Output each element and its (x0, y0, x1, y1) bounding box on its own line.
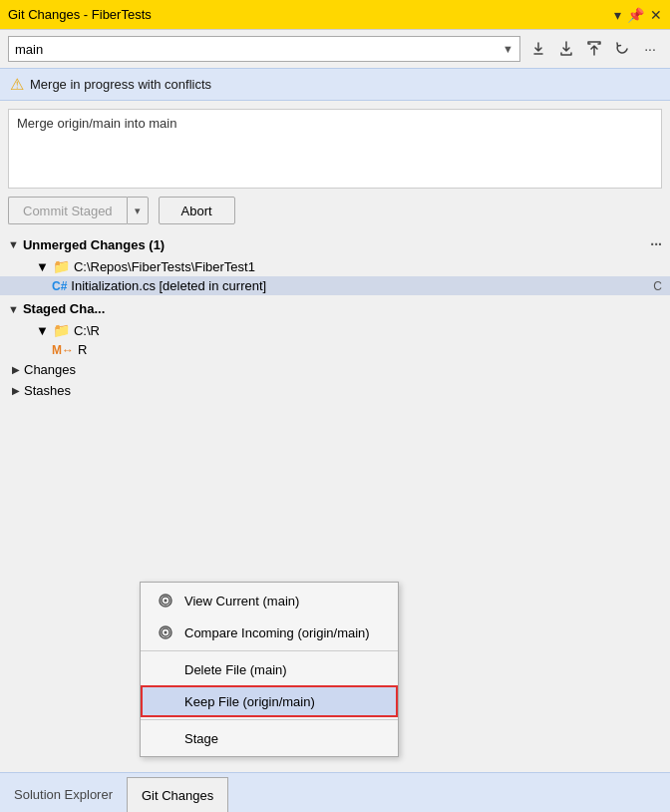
branch-row: main ▼ (0, 30, 670, 68)
title-bar: Git Changes - FiberTests ▾ 📌 ✕ (0, 0, 670, 30)
changes-expand-arrow[interactable]: ▶ (12, 364, 20, 375)
pull-button[interactable] (554, 37, 578, 61)
ctx-view-current-label: View Current (main) (184, 594, 299, 609)
branch-dropdown-arrow: ▼ (502, 43, 513, 55)
staged-folder-icon: 📁 (53, 322, 70, 338)
staged-repo-arrow[interactable]: ▼ (36, 323, 49, 338)
more-button[interactable]: ··· (638, 37, 662, 61)
stashes-label: Stashes (24, 383, 71, 398)
stashes-section[interactable]: ▶ Stashes (0, 380, 670, 401)
unmerged-expand-arrow[interactable]: ▼ (8, 238, 19, 250)
staged-changes-header: ▼ Staged Cha... (0, 297, 670, 320)
unmerged-file-name: Initialization.cs [deleted in current] (71, 278, 266, 293)
ctx-compare-incoming-label: Compare Incoming (origin/main) (184, 625, 370, 640)
ctx-delete-file-label: Delete File (main) (184, 662, 287, 677)
svg-point-1 (165, 600, 168, 603)
title-bar-controls: ▾ 📌 ✕ (614, 7, 662, 23)
unmerged-changes-section: ▼ Unmerged Changes (1) ··· ▼ 📁 C:\Repos\… (0, 232, 670, 772)
folder-icon: 📁 (53, 258, 70, 274)
ctx-view-current[interactable]: View Current (main) (141, 585, 398, 616)
sync-button[interactable] (610, 37, 634, 61)
merge-banner-text: Merge in progress with conflicts (30, 77, 211, 92)
unmerged-changes-title: Unmerged Changes (1) (23, 237, 165, 252)
unmerged-repo-path-text: C:\Repos\FiberTests\FiberTest1 (74, 259, 255, 274)
staged-repo-path[interactable]: ▼ 📁 C:\R (0, 320, 670, 340)
ctx-delete-icon (157, 660, 174, 678)
unmerged-changes-header: ▼ Unmerged Changes (1) ··· (0, 232, 670, 256)
ctx-view-current-icon (157, 592, 174, 609)
branch-name: main (15, 42, 43, 57)
ctx-separator-2 (141, 719, 398, 720)
close-icon[interactable]: ✕ (650, 7, 662, 23)
ctx-keep-icon (157, 692, 174, 710)
staged-file-name: R (78, 342, 87, 357)
abort-button[interactable]: Abort (159, 197, 235, 224)
more-icon: ··· (644, 41, 656, 57)
unmerged-repo-path[interactable]: ▼ 📁 C:\Repos\FiberTests\FiberTest1 (0, 256, 670, 276)
tab-solution-explorer-label: Solution Explorer (14, 787, 113, 802)
repo-expand-arrow[interactable]: ▼ (36, 259, 49, 274)
commit-message-area[interactable]: Merge origin/main into main (8, 109, 662, 189)
commit-staged-button[interactable]: Commit Staged (8, 197, 127, 224)
fetch-button[interactable] (526, 37, 550, 61)
warning-icon: ⚠ (10, 75, 24, 94)
stashes-expand-arrow[interactable]: ▶ (12, 385, 20, 396)
unmerged-file-status: C (653, 279, 662, 293)
ctx-keep-file-label: Keep File (origin/main) (184, 694, 315, 709)
context-menu: View Current (main) Compare Incoming (or… (140, 582, 399, 757)
ctx-delete-file[interactable]: Delete File (main) (141, 653, 398, 685)
tab-git-changes-label: Git Changes (142, 788, 213, 803)
ctx-keep-file[interactable]: Keep File (origin/main) (141, 685, 398, 717)
changes-label: Changes (24, 362, 76, 377)
ctx-separator-1 (141, 650, 398, 651)
svg-point-3 (165, 631, 168, 634)
tab-solution-explorer[interactable]: Solution Explorer (0, 776, 127, 812)
push-button[interactable] (582, 37, 606, 61)
staged-file-icon: M↔ (52, 343, 74, 357)
unmerged-file-item[interactable]: C# Initialization.cs [deleted in current… (0, 276, 670, 295)
ctx-stage-icon (157, 729, 174, 747)
csharp-file-icon: C# (52, 279, 67, 293)
action-row: Commit Staged ▾ Abort (0, 197, 670, 232)
unmerged-changes-more[interactable]: ··· (650, 236, 662, 252)
toolbar-icons: ··· (526, 37, 662, 61)
staged-changes-title: Staged Cha... (23, 301, 105, 316)
tab-git-changes[interactable]: Git Changes (127, 777, 228, 812)
branch-select[interactable]: main ▼ (8, 36, 520, 62)
main-panel: main ▼ (0, 30, 670, 772)
ctx-compare-incoming[interactable]: Compare Incoming (origin/main) (141, 616, 398, 648)
window-title: Git Changes - FiberTests (8, 7, 152, 22)
staged-changes-section: ▼ Staged Cha... ▼ 📁 C:\R M↔ R (0, 297, 670, 359)
ctx-stage-label: Stage (184, 731, 218, 746)
ctx-stage[interactable]: Stage (141, 722, 398, 754)
dropdown-icon[interactable]: ▾ (614, 7, 621, 23)
staged-repo-path-text: C:\R (74, 323, 100, 338)
bottom-tabs: Solution Explorer Git Changes (0, 772, 670, 812)
pin-icon[interactable]: 📌 (627, 7, 644, 23)
staged-file-item[interactable]: M↔ R (0, 340, 670, 359)
merge-banner: ⚠ Merge in progress with conflicts (0, 68, 670, 101)
commit-staged-dropdown[interactable]: ▾ (127, 197, 149, 224)
ctx-compare-icon (157, 623, 174, 641)
changes-section[interactable]: ▶ Changes (0, 359, 670, 380)
staged-expand-arrow[interactable]: ▼ (8, 303, 19, 315)
commit-message-text: Merge origin/main into main (17, 116, 176, 131)
